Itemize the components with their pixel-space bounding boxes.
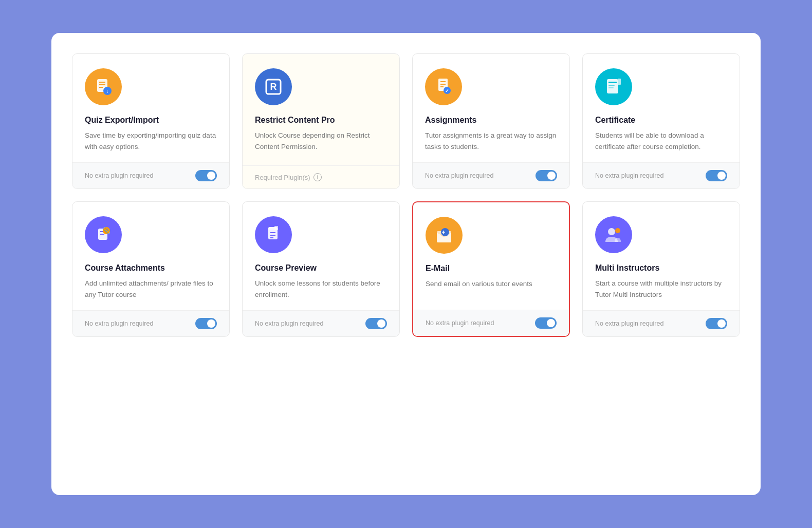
svg-text:📎: 📎 bbox=[103, 227, 110, 234]
card-desc-course-preview: Unlock some lessons for students before … bbox=[255, 278, 387, 300]
card-desc-quiz-export-import: Save time by exporting/importing quiz da… bbox=[85, 130, 217, 152]
card-footer-restrict-content-pro: Required Plugin(s) i bbox=[243, 165, 399, 188]
toggle-certificate[interactable] bbox=[706, 170, 727, 181]
svg-point-33 bbox=[608, 228, 615, 235]
cards-grid: ↓ Quiz Export/Import Save time by export… bbox=[72, 53, 740, 337]
card-body-course-preview: Course Preview Unlock some lessons for s… bbox=[243, 202, 399, 310]
instructors-icon bbox=[595, 216, 632, 253]
footer-label-course-preview: No extra plugin required bbox=[255, 320, 323, 327]
quiz-icon: ↓ bbox=[85, 68, 122, 105]
certificate-icon bbox=[595, 68, 632, 105]
card-body-multi-instructors: Multi Instructors Start a course with mu… bbox=[583, 202, 740, 310]
svg-rect-29 bbox=[274, 226, 278, 230]
card-desc-course-attachments: Add unlimited attachments/ private files… bbox=[85, 278, 217, 300]
required-label-restrict-content-pro: Required Plugin(s) i bbox=[255, 173, 322, 181]
card-body-certificate: Certificate Students will be able to dow… bbox=[583, 54, 740, 162]
svg-rect-18 bbox=[618, 79, 621, 85]
toggle-assignments[interactable] bbox=[536, 170, 557, 181]
assignments-icon: ✓ bbox=[425, 68, 462, 105]
card-assignments: ✓ Assignments Tutor assignments is a gre… bbox=[412, 53, 570, 189]
card-title-course-preview: Course Preview bbox=[255, 263, 387, 273]
svg-text:R: R bbox=[270, 82, 277, 92]
toggle-quiz-export-import[interactable] bbox=[195, 170, 217, 181]
toggle-email[interactable] bbox=[535, 317, 557, 329]
card-footer-certificate: No extra plugin required bbox=[583, 162, 740, 188]
card-footer-quiz-export-import: No extra plugin required bbox=[72, 162, 229, 188]
footer-label-quiz-export-import: No extra plugin required bbox=[85, 172, 153, 179]
card-certificate: Certificate Students will be able to dow… bbox=[582, 53, 740, 189]
card-desc-certificate: Students will be able to download a cert… bbox=[595, 130, 727, 152]
svg-text:✓: ✓ bbox=[445, 88, 449, 93]
card-desc-multi-instructors: Start a course with multiple instructors… bbox=[595, 278, 727, 300]
footer-label-email: No extra plugin required bbox=[426, 319, 494, 327]
card-desc-assignments: Tutor assignments is a great way to assi… bbox=[425, 130, 557, 152]
svg-rect-14 bbox=[607, 79, 618, 93]
card-title-multi-instructors: Multi Instructors bbox=[595, 263, 727, 273]
svg-rect-16 bbox=[608, 85, 615, 86]
card-footer-course-attachments: No extra plugin required bbox=[72, 310, 229, 336]
svg-text:↓: ↓ bbox=[106, 88, 109, 94]
footer-label-multi-instructors: No extra plugin required bbox=[595, 320, 663, 327]
card-email: E-Mail Send email on various tutor event… bbox=[412, 201, 570, 337]
card-footer-course-preview: No extra plugin required bbox=[243, 310, 399, 336]
card-body-assignments: ✓ Assignments Tutor assignments is a gre… bbox=[413, 54, 569, 162]
card-body-restrict-content-pro: R Restrict Content Pro Unlock Course dep… bbox=[243, 54, 399, 165]
svg-rect-17 bbox=[608, 87, 614, 88]
restrict-icon: R bbox=[255, 68, 292, 105]
card-desc-restrict-content-pro: Unlock Course depending on Restrict Cont… bbox=[255, 130, 387, 152]
card-course-preview: Course Preview Unlock some lessons for s… bbox=[242, 201, 400, 337]
card-title-certificate: Certificate bbox=[595, 116, 727, 125]
card-desc-email: Send email on various tutor events bbox=[426, 278, 557, 290]
toggle-multi-instructors[interactable] bbox=[706, 318, 727, 329]
footer-label-course-attachments: No extra plugin required bbox=[85, 320, 153, 327]
card-multi-instructors: Multi Instructors Start a course with mu… bbox=[582, 201, 740, 337]
card-restrict-content-pro: R Restrict Content Pro Unlock Course dep… bbox=[242, 53, 400, 189]
card-body-course-attachments: 📎 Course Attachments Add unlimited attac… bbox=[72, 202, 229, 310]
info-icon-restrict-content-pro[interactable]: i bbox=[313, 173, 322, 181]
card-title-email: E-Mail bbox=[426, 264, 557, 273]
svg-point-34 bbox=[615, 228, 620, 233]
card-title-assignments: Assignments bbox=[425, 116, 557, 125]
card-title-restrict-content-pro: Restrict Content Pro bbox=[255, 116, 387, 125]
card-footer-email: No extra plugin required bbox=[413, 310, 569, 336]
email-icon bbox=[426, 217, 463, 254]
card-footer-multi-instructors: No extra plugin required bbox=[583, 310, 740, 336]
footer-label-certificate: No extra plugin required bbox=[595, 172, 663, 179]
card-course-attachments: 📎 Course Attachments Add unlimited attac… bbox=[72, 201, 230, 337]
preview-icon bbox=[255, 216, 292, 253]
footer-label-assignments: No extra plugin required bbox=[425, 172, 493, 179]
svg-rect-15 bbox=[608, 82, 617, 83]
attachments-icon: 📎 bbox=[85, 216, 122, 253]
card-footer-assignments: No extra plugin required bbox=[413, 162, 569, 188]
main-container: ↓ Quiz Export/Import Save time by export… bbox=[51, 33, 761, 495]
card-title-quiz-export-import: Quiz Export/Import bbox=[85, 116, 217, 125]
card-body-quiz-export-import: ↓ Quiz Export/Import Save time by export… bbox=[72, 54, 229, 162]
toggle-course-attachments[interactable] bbox=[195, 318, 217, 329]
toggle-course-preview[interactable] bbox=[365, 318, 387, 329]
card-quiz-export-import: ↓ Quiz Export/Import Save time by export… bbox=[72, 53, 230, 189]
card-body-email: E-Mail Send email on various tutor event… bbox=[413, 202, 569, 310]
card-title-course-attachments: Course Attachments bbox=[85, 263, 217, 273]
